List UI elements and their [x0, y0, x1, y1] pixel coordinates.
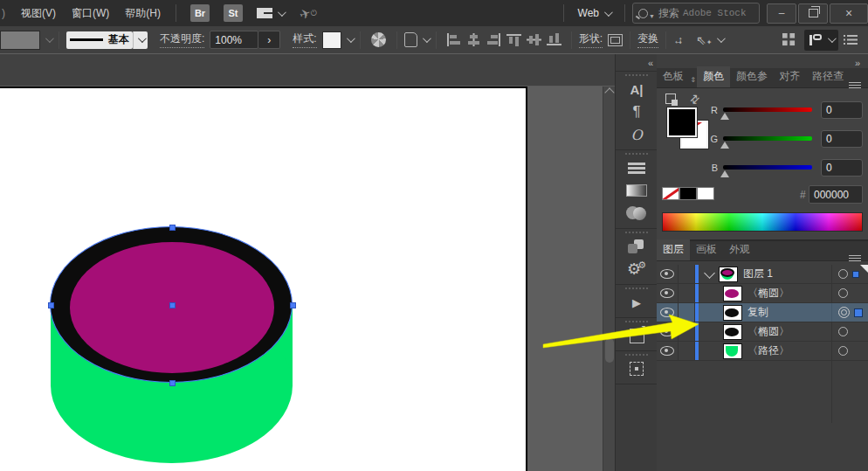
layer-name[interactable]: 图层 1 [743, 267, 773, 281]
layer-row-ellipse-magenta[interactable]: 〈椭圆〉 [657, 284, 868, 303]
restore-button[interactable] [798, 3, 828, 24]
menu-view[interactable]: 视图(V) [13, 6, 64, 21]
white-swatch[interactable] [697, 187, 714, 200]
layer-name[interactable]: 〈椭圆〉 [747, 286, 789, 301]
anchor-point-left[interactable] [48, 302, 54, 308]
transparency-panel-icon[interactable] [616, 202, 658, 225]
selection-indicator[interactable] [854, 308, 863, 317]
red-slider[interactable] [723, 107, 812, 112]
recolor-artwork-button[interactable] [371, 32, 386, 47]
lock-cell[interactable] [679, 265, 695, 283]
menu-window[interactable]: 窗口(W) [64, 6, 117, 21]
target-cell[interactable] [831, 303, 868, 322]
menu-list-icon[interactable] [844, 34, 858, 45]
visibility-cell[interactable] [657, 322, 679, 341]
dock-grip[interactable] [625, 74, 648, 76]
export-panel-icon[interactable]: ↗ [616, 324, 658, 347]
green-slider-thumb[interactable] [720, 142, 729, 149]
opacity-stepper[interactable]: › [258, 31, 280, 49]
bridge-button[interactable]: Br [190, 4, 210, 22]
vertical-scrollbar[interactable] [603, 87, 616, 471]
dock-grip[interactable] [625, 153, 648, 155]
swatches-panel-icon[interactable] [616, 235, 658, 258]
green-value-input[interactable]: 0 [821, 130, 863, 148]
style-label[interactable]: 样式: [293, 31, 316, 48]
lock-cell[interactable] [679, 303, 695, 322]
arrange-documents-icon[interactable] [782, 33, 796, 46]
select-similar-button[interactable]: ⇖✦ [696, 33, 723, 47]
fill-color-dropdown[interactable] [0, 31, 40, 50]
swap-fill-stroke-icon[interactable]: ⇄ [686, 91, 702, 107]
lock-cell[interactable] [679, 322, 695, 341]
layer-row-ellipse-black[interactable]: 〈椭圆〉 [657, 322, 868, 342]
tab-align[interactable]: 对齐 [773, 66, 806, 87]
visibility-cell[interactable] [657, 284, 679, 302]
gpu-performance-icon[interactable]: ✈⏻ [298, 3, 320, 24]
visibility-cell[interactable] [657, 265, 679, 283]
layer-name[interactable]: 〈路径〉 [747, 343, 789, 358]
anchor-point-center[interactable] [169, 302, 176, 308]
target-circle-icon[interactable] [838, 269, 848, 279]
fill-proxy-swatch[interactable] [667, 107, 697, 137]
character-panel-icon[interactable]: A| [616, 78, 658, 100]
isolate-selected-icon[interactable]: ↔↕ [673, 33, 689, 47]
layer-row-path-green[interactable]: 〈路径〉 [657, 342, 868, 361]
lock-cell[interactable] [679, 342, 695, 360]
green-slider[interactable] [723, 136, 812, 141]
black-swatch[interactable] [679, 187, 697, 200]
scroll-up-icon[interactable] [604, 87, 614, 97]
layer-name[interactable]: 复制 [747, 305, 768, 320]
visibility-cell[interactable] [657, 342, 679, 360]
minimize-button[interactable]: – [767, 3, 796, 24]
layer-thumbnail-magenta-ellipse[interactable] [723, 286, 742, 301]
red-slider-thumb[interactable] [720, 113, 729, 120]
layer-row-copy[interactable]: 复制 [657, 303, 868, 322]
stock-button[interactable]: St [224, 4, 243, 22]
align-center-vertical-icon[interactable] [527, 33, 541, 46]
selection-indicator[interactable] [852, 271, 859, 278]
anchor-point-bottom[interactable] [169, 380, 176, 386]
layer-thumbnail-black-ellipse[interactable] [723, 324, 742, 340]
align-center-horizontal-icon[interactable] [466, 33, 481, 46]
target-circle-icon[interactable] [838, 288, 848, 298]
align-bottom-icon[interactable] [547, 33, 561, 46]
paragraph-panel-icon[interactable]: ¶ [616, 100, 658, 123]
target-double-circle-icon[interactable] [838, 307, 850, 318]
shape-label[interactable]: 形状: [579, 31, 603, 48]
layer-thumbnail-cylinder[interactable] [719, 267, 738, 282]
tab-appearance[interactable]: 外观 [723, 239, 756, 260]
scrollbar-thumb[interactable] [605, 338, 614, 363]
none-swatch[interactable] [662, 187, 679, 200]
tab-scroll-icon[interactable]: ⇕ [691, 76, 697, 84]
target-cell[interactable] [831, 265, 868, 283]
stock-search-input[interactable]: ▼ 搜索 Adobe Stock [632, 3, 760, 24]
blue-value-input[interactable]: 0 [821, 159, 863, 177]
document-setup-button[interactable] [404, 32, 429, 47]
expand-chevron-icon[interactable] [704, 267, 715, 279]
visibility-cell[interactable] [657, 303, 679, 322]
tab-artboards[interactable]: 画板 [690, 239, 723, 260]
opacity-label[interactable]: 不透明度: [160, 31, 204, 48]
target-cell[interactable] [831, 284, 868, 302]
anchor-point-top[interactable] [169, 225, 176, 231]
align-left-icon[interactable] [446, 33, 461, 46]
tab-color[interactable]: 颜色 [697, 66, 730, 87]
collapse-panels-icon[interactable]: » [855, 58, 859, 68]
dock-grip[interactable] [625, 287, 648, 289]
menu-help[interactable]: 帮助(H) [117, 6, 169, 21]
blue-slider-thumb[interactable] [720, 170, 729, 177]
target-circle-icon[interactable] [838, 346, 848, 356]
layer-row-layer1[interactable]: 图层 1 [657, 265, 868, 284]
workspace-switcher[interactable]: Web [571, 7, 617, 19]
panel-menu-icon[interactable] [849, 82, 861, 83]
stroke-profile-dropdown[interactable]: 基本 [66, 31, 148, 49]
lock-cell[interactable] [679, 284, 695, 302]
stroke-panel-icon[interactable] [616, 156, 658, 179]
close-button[interactable]: × [830, 3, 868, 24]
color-spectrum-bar[interactable] [662, 212, 863, 232]
blue-slider[interactable] [723, 165, 812, 170]
opacity-input[interactable]: 100% [210, 31, 258, 49]
shape-properties-icon[interactable] [608, 34, 623, 46]
symbols-panel-icon[interactable]: ⚙⚙ [616, 258, 658, 281]
dock-grip[interactable] [625, 354, 648, 356]
